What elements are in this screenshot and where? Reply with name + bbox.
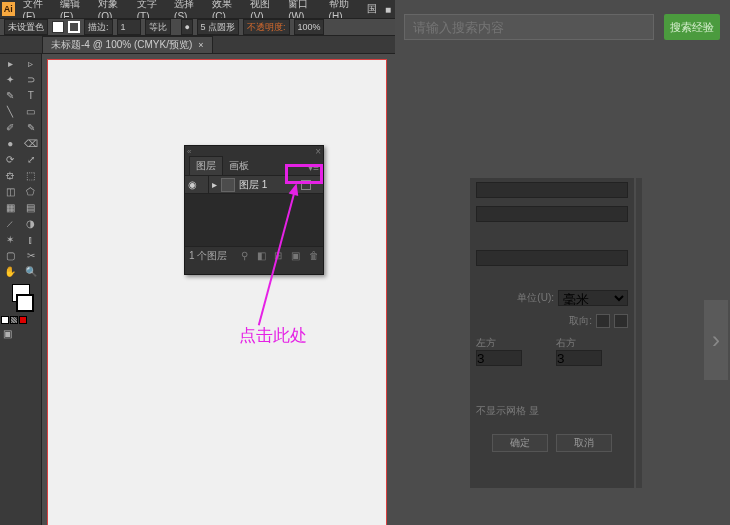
tab-artboards[interactable]: 画板 [223, 157, 255, 175]
stroke-value[interactable]: 1 [117, 19, 141, 35]
panel-close-icon[interactable]: × [315, 146, 321, 157]
card-field-3[interactable] [476, 250, 628, 266]
layers-panel: « × 图层 画板 ▾≡ ◉ ▸ 图层 1 1 个图层 ⚲ ◧ ⊞ ▣ 🗑 [184, 145, 324, 275]
target-icon[interactable] [301, 180, 311, 190]
orient-portrait-icon[interactable] [596, 314, 610, 328]
right-input[interactable] [556, 350, 602, 366]
layer-target-area[interactable] [301, 178, 323, 192]
mask-icon[interactable]: ◧ [257, 250, 266, 261]
pencil-tool-icon[interactable]: ✎ [21, 120, 41, 135]
left-label: 左方 [476, 336, 544, 350]
document-tabbar: 未标题-4 @ 100% (CMYK/预览) × [0, 36, 395, 54]
toolbox: ▸▹ ✦⊃ ✎T ╲▭ ✐✎ ●⌫ ⟳⤢ ⯐⬚ ◫⬠ ▦▤ ⟋◑ ✶⫿ ▢✂ ✋… [0, 54, 42, 525]
free-transform-icon[interactable]: ⬚ [21, 168, 41, 183]
layers-list: ◉ ▸ 图层 1 [185, 176, 323, 246]
unit-label: 单位(U): [517, 291, 554, 305]
eyedropper-icon[interactable]: ⟋ [1, 216, 21, 231]
cancel-button[interactable]: 取消 [556, 434, 612, 452]
profile-select[interactable]: 等比 [145, 19, 171, 35]
right-label: 右方 [556, 336, 624, 350]
orient-label: 取向: [569, 314, 592, 328]
artboard-tool-icon[interactable]: ▢ [1, 248, 21, 263]
locate-layer-icon[interactable]: ⚲ [241, 250, 248, 261]
document-tab[interactable]: 未标题-4 @ 100% (CMYK/预览) × [42, 36, 213, 53]
mode-none-icon[interactable] [19, 316, 27, 324]
new-sublayer-icon[interactable]: ⊞ [274, 250, 282, 261]
search-area: 搜索经验 [404, 14, 720, 40]
hand-tool-icon[interactable]: ✋ [1, 264, 21, 279]
lasso-tool-icon[interactable]: ⊃ [21, 72, 41, 87]
right-strip [636, 178, 642, 488]
pen-tool-icon[interactable]: ✎ [1, 88, 21, 103]
opacity-value[interactable]: 100% [294, 19, 324, 35]
menubar: Ai 文件(F) 编辑(E) 对象(O) 文字(T) 选择(S) 效果(C) 视… [0, 0, 395, 18]
ok-button[interactable]: 确定 [492, 434, 548, 452]
layer-count-label: 1 个图层 [189, 249, 227, 263]
width-tool-icon[interactable]: ⯐ [1, 168, 21, 183]
mode-color-icon[interactable] [1, 316, 9, 324]
layer-row[interactable]: ◉ ▸ 图层 1 [185, 176, 323, 194]
fill-swatch-icon[interactable] [52, 21, 64, 33]
expand-icon[interactable]: ▸ [209, 179, 219, 190]
visibility-icon[interactable]: ◉ [185, 179, 199, 190]
brush-tool-icon[interactable]: ✐ [1, 120, 21, 135]
card-field-2[interactable] [476, 206, 628, 222]
graph-tool-icon[interactable]: ⫿ [21, 232, 41, 247]
wand-tool-icon[interactable]: ✦ [1, 72, 21, 87]
canvas-area[interactable] [42, 54, 395, 525]
app-logo-icon: Ai [2, 2, 15, 16]
gradient-tool-icon[interactable]: ▤ [21, 200, 41, 215]
perspective-icon[interactable]: ⬠ [21, 184, 41, 199]
rect-tool-icon[interactable]: ▭ [21, 104, 41, 119]
orient-landscape-icon[interactable] [614, 314, 628, 328]
document-tab-title: 未标题-4 @ 100% (CMYK/预览) [51, 38, 192, 52]
stroke-label: 描边: [84, 19, 113, 35]
stroke-swatch-icon[interactable] [68, 21, 80, 33]
direct-select-tool-icon[interactable]: ▹ [21, 56, 41, 71]
carousel-next-icon[interactable]: › [704, 300, 728, 380]
left-input[interactable] [476, 350, 522, 366]
opacity-label: 不透明度: [243, 19, 290, 35]
menu-extra-1[interactable]: 国 [363, 2, 381, 16]
type-tool-icon[interactable]: T [21, 88, 41, 103]
brush-select[interactable]: 5 点圆形 [197, 19, 240, 35]
symbol-spray-icon[interactable]: ✶ [1, 232, 21, 247]
unit-select[interactable]: 毫米 [558, 290, 628, 306]
card-field-1[interactable] [476, 182, 628, 198]
right-settings-card: 单位(U): 毫米 取向: 左方 右方 不显示网格 显 确定 取消 [470, 178, 634, 488]
search-input[interactable] [404, 14, 654, 40]
layer-name[interactable]: 图层 1 [237, 178, 301, 192]
mesh-tool-icon[interactable]: ▦ [1, 200, 21, 215]
artboard[interactable] [48, 60, 386, 525]
panel-menu-icon[interactable]: ▾≡ [308, 162, 319, 175]
no-select-label: 未设置色 [4, 19, 48, 35]
close-tab-icon[interactable]: × [198, 40, 203, 50]
line-tool-icon[interactable]: ╲ [1, 104, 21, 119]
blob-tool-icon[interactable]: ● [1, 136, 21, 151]
control-bar: 未设置色 描边: 1 等比 ● 5 点圆形 不透明度: 100% [0, 18, 395, 36]
selection-tool-icon[interactable]: ▸ [1, 56, 21, 71]
menu-extra-2[interactable]: ■ [381, 4, 395, 15]
search-button[interactable]: 搜索经验 [664, 14, 720, 40]
layer-thumb-icon [221, 178, 235, 192]
blend-tool-icon[interactable]: ◑ [21, 216, 41, 231]
shape-builder-icon[interactable]: ◫ [1, 184, 21, 199]
stroke-color-icon[interactable] [16, 294, 34, 312]
eraser-tool-icon[interactable]: ⌫ [21, 136, 41, 151]
zoom-tool-icon[interactable]: 🔍 [21, 264, 41, 279]
mode-gradient-icon[interactable] [10, 316, 18, 324]
slice-tool-icon[interactable]: ✂ [21, 248, 41, 263]
new-layer-icon[interactable]: ▣ [291, 250, 300, 261]
lock-col[interactable] [199, 176, 209, 193]
scale-tool-icon[interactable]: ⤢ [21, 152, 41, 167]
screen-mode-icon[interactable]: ▣ [2, 327, 14, 339]
rotate-tool-icon[interactable]: ⟳ [1, 152, 21, 167]
delete-layer-icon[interactable]: 🗑 [309, 250, 319, 261]
panel-collapse-icon[interactable]: « [187, 147, 191, 156]
tab-layers[interactable]: 图层 [189, 156, 223, 175]
grid-label: 不显示网格 显 [476, 404, 539, 418]
